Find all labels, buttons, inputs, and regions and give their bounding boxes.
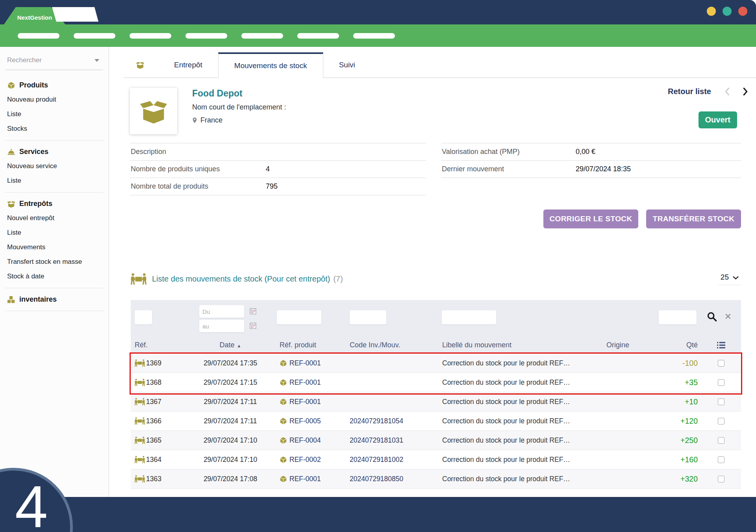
- table-row[interactable]: 136929/07/2024 17:35REF-0001Correction d…: [131, 354, 741, 373]
- movement-qty: +320: [654, 475, 701, 484]
- product-ref-link[interactable]: REF-0005: [272, 417, 346, 425]
- product-ref-link[interactable]: REF-0002: [272, 456, 346, 464]
- row-checkbox[interactable]: [718, 399, 724, 405]
- column-header[interactable]: Date▲: [189, 341, 272, 349]
- product-ref-link[interactable]: REF-0001: [272, 475, 346, 483]
- nav-pill[interactable]: [74, 33, 115, 39]
- warehouse-open-box-icon: [135, 61, 145, 69]
- calendar-icon[interactable]: [250, 308, 256, 315]
- filter-date-to-input[interactable]: [199, 320, 244, 332]
- detail-row: Dernier mouvement29/07/2024 18:35: [441, 161, 741, 178]
- nav-pill[interactable]: [241, 33, 283, 39]
- nav-pill[interactable]: [18, 33, 59, 39]
- list-icon[interactable]: [717, 341, 726, 349]
- sidebar-section-header[interactable]: inventaires: [5, 290, 104, 307]
- correct-stock-button[interactable]: CORRIGER LE STOCK: [543, 209, 638, 228]
- row-checkbox[interactable]: [718, 456, 724, 463]
- table-row[interactable]: 136829/07/2024 17:15REF-0001Correction d…: [131, 373, 741, 392]
- filter-label-input[interactable]: [442, 310, 496, 324]
- product-ref-link[interactable]: REF-0004: [272, 436, 346, 445]
- page-size-value: 25: [721, 273, 729, 282]
- table-row[interactable]: 136629/07/2024 17:11REF-0005202407291810…: [131, 412, 741, 431]
- sidebar-item[interactable]: Nouvel entrepôt: [5, 211, 104, 226]
- sidebar-item[interactable]: Liste: [5, 226, 104, 240]
- table-row[interactable]: 136429/07/2024 17:10REF-0002202407291810…: [131, 450, 741, 469]
- column-header[interactable]: Qté: [654, 341, 701, 349]
- table-row[interactable]: 136329/07/2024 17:08REF-0001202407291808…: [131, 469, 741, 489]
- detail-label: Nombre total de produits: [130, 182, 266, 191]
- nav-pill[interactable]: [130, 33, 171, 39]
- movement-ref: 1368: [131, 378, 189, 387]
- carry-box-icon: [135, 436, 145, 444]
- row-select: [701, 437, 741, 444]
- sidebar-item[interactable]: Liste: [5, 174, 104, 188]
- movement-qty: -100: [654, 359, 701, 368]
- movement-code: 20240729181002: [346, 456, 435, 464]
- product-box-icon: [280, 398, 287, 406]
- movement-ref: 1364: [131, 456, 189, 464]
- tab[interactable]: Entrepôt: [158, 52, 218, 78]
- carry-box-icon: [135, 417, 145, 425]
- sidebar-item[interactable]: Stocks: [5, 122, 104, 136]
- movement-label: Correction du stock pour le produit REF…: [435, 475, 591, 483]
- search-input[interactable]: [7, 56, 94, 64]
- sidebar-item[interactable]: Transfert stock en masse: [5, 255, 104, 269]
- movement-label: Correction du stock pour le produit REF…: [435, 436, 591, 445]
- sidebar-section-header[interactable]: Produits: [5, 76, 104, 93]
- row-checkbox[interactable]: [718, 360, 724, 367]
- sidebar-section-label: inventaires: [19, 295, 57, 304]
- tab[interactable]: Mouvements de stock: [218, 52, 323, 78]
- table-row[interactable]: 136529/07/2024 17:10REF-0004202407291810…: [131, 431, 741, 450]
- filter-product-input[interactable]: [277, 310, 321, 324]
- filter-qty-input[interactable]: [659, 310, 697, 324]
- column-header[interactable]: Origine: [591, 341, 654, 349]
- product-ref-link[interactable]: REF-0001: [272, 378, 346, 387]
- sidebar-item[interactable]: Nouveau produit: [5, 93, 104, 107]
- tab[interactable]: Suivi: [323, 52, 371, 78]
- column-header[interactable]: Code Inv./Mouv.: [346, 341, 435, 349]
- calendar-icon[interactable]: [250, 322, 256, 329]
- sidebar-item[interactable]: Mouvements: [5, 240, 104, 255]
- filter-code-input[interactable]: [350, 310, 386, 324]
- close-button[interactable]: [738, 7, 747, 16]
- movement-date: 29/07/2024 17:10: [189, 456, 272, 464]
- nav-pill[interactable]: [185, 33, 227, 39]
- minimize-button[interactable]: [707, 7, 716, 16]
- chevron-right-icon[interactable]: [743, 87, 748, 96]
- location-label: France: [200, 116, 222, 124]
- row-checkbox[interactable]: [718, 418, 724, 424]
- movement-date: 29/07/2024 17:08: [189, 475, 272, 483]
- row-checkbox[interactable]: [718, 437, 724, 444]
- row-checkbox[interactable]: [718, 476, 724, 482]
- carry-box-icon: [135, 359, 145, 367]
- product-ref-link[interactable]: REF-0001: [272, 398, 346, 406]
- chevron-down-icon[interactable]: [94, 59, 99, 62]
- sidebar-item[interactable]: Nouveau service: [5, 159, 104, 174]
- movement-label: Correction du stock pour le produit REF…: [435, 417, 591, 425]
- row-checkbox[interactable]: [718, 379, 724, 386]
- table-row[interactable]: 136729/07/2024 17:11REF-0001Correction d…: [131, 392, 741, 412]
- search-icon[interactable]: [706, 311, 717, 322]
- maximize-button[interactable]: [723, 7, 732, 16]
- status-open-button[interactable]: Ouvert: [699, 111, 737, 128]
- product-ref-link[interactable]: REF-0001: [272, 359, 346, 367]
- transfer-stock-button[interactable]: TRANSFÉRER STOCK: [646, 209, 741, 228]
- nav-pill[interactable]: [353, 33, 395, 39]
- filter-ref-input[interactable]: [135, 310, 152, 324]
- nav-pill[interactable]: [297, 33, 339, 39]
- clear-filters-icon[interactable]: ✕: [724, 312, 732, 321]
- sidebar-section-header[interactable]: Services: [5, 142, 104, 159]
- back-to-list-link[interactable]: Retour liste: [668, 87, 711, 96]
- column-header[interactable]: Réf.: [131, 341, 189, 349]
- sidebar-item[interactable]: Liste: [5, 107, 104, 122]
- sidebar-search[interactable]: [6, 55, 103, 70]
- column-header[interactable]: Libellé du mouvement: [435, 341, 591, 349]
- column-header[interactable]: Réf. produit: [272, 341, 346, 349]
- carry-box-icon: [135, 456, 145, 463]
- filter-date-from-input[interactable]: [199, 305, 244, 318]
- nav-pills: [18, 33, 395, 39]
- sidebar-item[interactable]: Stock à date: [5, 269, 104, 284]
- page-size-select[interactable]: 25: [718, 273, 741, 285]
- sidebar-section-header[interactable]: Entrepôts: [5, 194, 104, 211]
- chevron-left-icon[interactable]: [724, 87, 730, 96]
